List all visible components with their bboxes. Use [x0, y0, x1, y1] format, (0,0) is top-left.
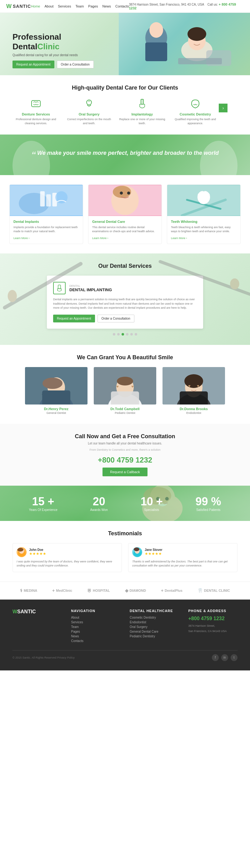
team-grid: Dr.Henry Perez General Dentist Dr.Todd C… — [12, 367, 238, 414]
svg-point-26 — [120, 192, 123, 195]
nav-contacts[interactable]: Contacts — [115, 4, 129, 8]
footer-nav-team[interactable]: Team — [71, 625, 121, 629]
footer-dental-cosmetic[interactable]: Cosmetic Dentistry — [130, 616, 179, 619]
hero-content: Professional DentalClinic Qualified dent… — [12, 32, 94, 68]
order-consultation-btn[interactable]: Order a Consultation — [57, 61, 94, 68]
partner-medclinic: + MedClinic — [52, 588, 72, 593]
team-member-todd: Dr.Todd Campbell Pediatric Dentist — [94, 367, 156, 414]
social-twitter[interactable]: t — [231, 654, 238, 661]
services-row: Denture Services Professional denture de… — [12, 97, 238, 125]
testimonial-1-stars: ★★★★★ — [29, 552, 46, 556]
footer-dental-endodontist[interactable]: Endodontist — [130, 620, 179, 624]
testimonial-2-avatar — [132, 547, 142, 557]
card-general-desc: This dental service includes routine den… — [92, 225, 158, 233]
card-implants-link[interactable]: Learn More — [13, 237, 30, 240]
testimonials-grid: John Doe ★★★★★ I was quite impressed by … — [12, 543, 238, 572]
dental-services-section: Our Dental Services DENTAL DENTAL IMPLAN… — [0, 253, 250, 345]
service-request-btn[interactable]: Request an Appointment — [53, 315, 95, 322]
svg-point-39 — [43, 378, 62, 389]
testimonial-2-stars: ★★★★★ — [145, 552, 163, 556]
dot-6[interactable] — [135, 333, 137, 336]
footer-dental-pediatric[interactable]: Pediatric Dentistry — [130, 634, 179, 638]
footer-phone[interactable]: +800 4759 1232 — [189, 616, 238, 621]
team-title: We Can Grant You A Beautiful Smile — [12, 354, 238, 361]
social-linkedin[interactable]: in — [221, 654, 228, 661]
testimonial-2-name: Jane Stover — [145, 548, 163, 552]
footer-copyright: © 2015 Santic. All Rights Reserved Priva… — [12, 656, 75, 659]
dot-3[interactable] — [121, 333, 124, 336]
facebook-icon: f — [215, 656, 216, 659]
request-appointment-btn[interactable]: Request an Appointment — [12, 61, 54, 68]
nav-team[interactable]: Team — [75, 4, 84, 8]
nav-services[interactable]: Services — [58, 4, 71, 8]
dot-1[interactable] — [113, 333, 115, 336]
footer-dental-title: DENTAL HEALTHCARE — [130, 609, 179, 613]
svg-rect-2 — [145, 42, 167, 61]
footer-dental-oral[interactable]: Oral Surgery — [130, 625, 179, 629]
svg-point-58 — [17, 548, 23, 552]
card-image-implants — [10, 185, 83, 216]
testimonials-title: Testimonials — [12, 530, 238, 537]
team-todd-name: Dr.Todd Campbell — [94, 407, 156, 411]
callback-btn[interactable]: Request a Callback — [103, 468, 147, 476]
service-implant-desc: Replace one or more of your missing teet… — [119, 117, 166, 125]
testimonial-1-avatar — [17, 547, 27, 557]
partner-dentalclinic-name: DENTAL CLINIC — [204, 589, 230, 592]
testimonial-1-header: John Doe ★★★★★ — [17, 547, 118, 557]
nav-about[interactable]: About — [45, 4, 53, 8]
svg-point-33 — [8, 290, 17, 302]
footer-nav-news[interactable]: News — [71, 634, 121, 638]
logo[interactable]: W SANTIC — [6, 3, 31, 10]
dental-implant-icon — [53, 282, 66, 294]
team-member-donna: Dr.Donna Brooks Endodontist — [163, 367, 225, 414]
services-next-btn[interactable]: › — [219, 104, 227, 112]
footer-nav-services[interactable]: Services — [71, 620, 121, 624]
service-consultation-btn[interactable]: Order a Consultation — [98, 315, 134, 322]
social-facebook[interactable]: f — [212, 654, 219, 661]
footer-nav-col: NAVIGATION About Services Team Pages New… — [71, 609, 121, 644]
dot-4[interactable] — [126, 333, 129, 336]
svg-point-49 — [184, 374, 203, 388]
nav-pages[interactable]: Pages — [88, 4, 98, 8]
implant-icon-svg — [56, 284, 63, 292]
footer: WSANTIC NAVIGATION About Services Team P… — [0, 599, 250, 671]
cards-grid: Dental Implants Implants provide a found… — [9, 184, 241, 244]
linkedin-icon: in — [223, 656, 226, 659]
stat-specialists-number: 10 + — [141, 495, 163, 508]
footer-bottom: © 2015 Santic. All Rights Reserved Priva… — [12, 650, 238, 661]
card-whitening-link[interactable]: Learn More — [171, 237, 187, 240]
hero-section: Professional DentalClinic Qualified dent… — [0, 13, 250, 75]
hospital-icon: ⛨ — [87, 588, 91, 593]
consultation-subtitle: Let our team handle all your dental heal… — [12, 442, 238, 445]
footer-nav-pages[interactable]: Pages — [71, 630, 121, 633]
social-icons: f in t — [212, 654, 238, 661]
hero-illustration — [119, 13, 250, 75]
cards-section: Dental Implants Implants provide a found… — [0, 175, 250, 253]
cosmetic-icon — [188, 97, 203, 110]
partner-diamond-name: DIAMOND — [130, 589, 146, 592]
service-implant-title: Implantology — [119, 112, 166, 116]
nav-news[interactable]: News — [103, 4, 111, 8]
stat-patients-number: 99 % — [196, 495, 221, 508]
quality-title: High-quality Dental Care for Our Clients — [12, 85, 238, 91]
service-denture-desc: Professional denture design and cleaning… — [12, 117, 59, 125]
footer-nav-title: NAVIGATION — [71, 609, 121, 613]
arrow-right-icon: › — [222, 105, 224, 111]
footer-nav-about[interactable]: About — [71, 616, 121, 619]
twitter-icon: t — [234, 656, 235, 659]
stat-specialists: 10 + Specialists — [141, 495, 163, 512]
footer-nav-contacts[interactable]: Contacts — [71, 639, 121, 643]
stat-awards: 20 Awards Won — [90, 495, 108, 512]
consultation-phone[interactable]: +800 4759 1232 — [12, 456, 238, 464]
nav-home[interactable]: Home — [31, 4, 40, 8]
dot-5[interactable] — [130, 333, 133, 336]
stat-awards-label: Awards Won — [90, 508, 108, 512]
card-general-link[interactable]: Learn More — [92, 237, 108, 240]
testimonial-1: John Doe ★★★★★ I was quite impressed by … — [12, 543, 122, 572]
dot-2[interactable] — [117, 333, 120, 336]
team-henry-name: Dr.Henry Perez — [25, 407, 87, 411]
footer-dental-general[interactable]: General Dental Care — [130, 630, 179, 633]
card-implants: Dental Implants Implants provide a found… — [9, 184, 83, 244]
testimonial-1-name: John Doe — [29, 548, 46, 552]
team-todd-role: Pediatric Dentist — [94, 411, 156, 414]
